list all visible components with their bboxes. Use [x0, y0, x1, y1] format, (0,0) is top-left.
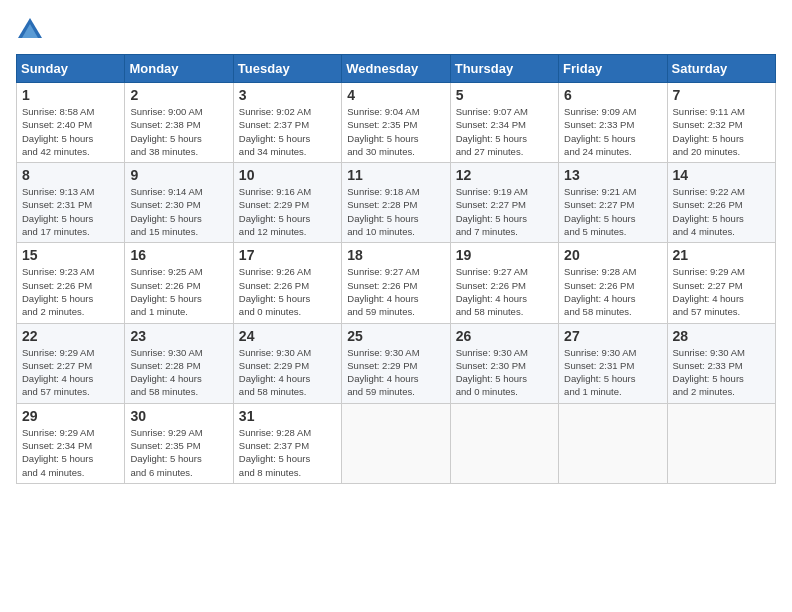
calendar-body: 1Sunrise: 8:58 AMSunset: 2:40 PMDaylight…	[17, 83, 776, 484]
calendar-cell: 15Sunrise: 9:23 AMSunset: 2:26 PMDayligh…	[17, 243, 125, 323]
day-info: Sunrise: 9:30 AMSunset: 2:30 PMDaylight:…	[456, 346, 553, 399]
day-info: Sunrise: 9:29 AMSunset: 2:27 PMDaylight:…	[673, 265, 770, 318]
day-number: 10	[239, 167, 336, 183]
day-info: Sunrise: 9:30 AMSunset: 2:29 PMDaylight:…	[347, 346, 444, 399]
calendar-cell: 9Sunrise: 9:14 AMSunset: 2:30 PMDaylight…	[125, 163, 233, 243]
day-number: 19	[456, 247, 553, 263]
day-number: 7	[673, 87, 770, 103]
calendar-week-5: 29Sunrise: 9:29 AMSunset: 2:34 PMDayligh…	[17, 403, 776, 483]
day-number: 1	[22, 87, 119, 103]
weekday-header-saturday: Saturday	[667, 55, 775, 83]
calendar-cell: 23Sunrise: 9:30 AMSunset: 2:28 PMDayligh…	[125, 323, 233, 403]
day-number: 8	[22, 167, 119, 183]
logo	[16, 16, 48, 44]
calendar-cell	[559, 403, 667, 483]
calendar-week-3: 15Sunrise: 9:23 AMSunset: 2:26 PMDayligh…	[17, 243, 776, 323]
weekday-header-thursday: Thursday	[450, 55, 558, 83]
day-info: Sunrise: 9:30 AMSunset: 2:28 PMDaylight:…	[130, 346, 227, 399]
day-number: 17	[239, 247, 336, 263]
day-info: Sunrise: 9:23 AMSunset: 2:26 PMDaylight:…	[22, 265, 119, 318]
day-number: 14	[673, 167, 770, 183]
day-number: 25	[347, 328, 444, 344]
calendar-cell: 19Sunrise: 9:27 AMSunset: 2:26 PMDayligh…	[450, 243, 558, 323]
calendar-cell: 12Sunrise: 9:19 AMSunset: 2:27 PMDayligh…	[450, 163, 558, 243]
day-info: Sunrise: 9:22 AMSunset: 2:26 PMDaylight:…	[673, 185, 770, 238]
day-number: 9	[130, 167, 227, 183]
day-info: Sunrise: 9:27 AMSunset: 2:26 PMDaylight:…	[456, 265, 553, 318]
day-number: 5	[456, 87, 553, 103]
day-info: Sunrise: 8:58 AMSunset: 2:40 PMDaylight:…	[22, 105, 119, 158]
day-number: 31	[239, 408, 336, 424]
calendar-cell: 13Sunrise: 9:21 AMSunset: 2:27 PMDayligh…	[559, 163, 667, 243]
calendar-cell: 25Sunrise: 9:30 AMSunset: 2:29 PMDayligh…	[342, 323, 450, 403]
calendar-cell: 20Sunrise: 9:28 AMSunset: 2:26 PMDayligh…	[559, 243, 667, 323]
day-info: Sunrise: 9:00 AMSunset: 2:38 PMDaylight:…	[130, 105, 227, 158]
day-info: Sunrise: 9:27 AMSunset: 2:26 PMDaylight:…	[347, 265, 444, 318]
calendar-cell: 11Sunrise: 9:18 AMSunset: 2:28 PMDayligh…	[342, 163, 450, 243]
calendar-cell: 31Sunrise: 9:28 AMSunset: 2:37 PMDayligh…	[233, 403, 341, 483]
day-info: Sunrise: 9:21 AMSunset: 2:27 PMDaylight:…	[564, 185, 661, 238]
day-number: 20	[564, 247, 661, 263]
day-info: Sunrise: 9:30 AMSunset: 2:29 PMDaylight:…	[239, 346, 336, 399]
day-number: 28	[673, 328, 770, 344]
calendar-cell: 14Sunrise: 9:22 AMSunset: 2:26 PMDayligh…	[667, 163, 775, 243]
calendar-header: SundayMondayTuesdayWednesdayThursdayFrid…	[17, 55, 776, 83]
calendar-cell: 7Sunrise: 9:11 AMSunset: 2:32 PMDaylight…	[667, 83, 775, 163]
day-info: Sunrise: 9:18 AMSunset: 2:28 PMDaylight:…	[347, 185, 444, 238]
calendar-cell: 16Sunrise: 9:25 AMSunset: 2:26 PMDayligh…	[125, 243, 233, 323]
weekday-header-tuesday: Tuesday	[233, 55, 341, 83]
day-info: Sunrise: 9:28 AMSunset: 2:26 PMDaylight:…	[564, 265, 661, 318]
calendar-cell: 29Sunrise: 9:29 AMSunset: 2:34 PMDayligh…	[17, 403, 125, 483]
calendar-cell: 18Sunrise: 9:27 AMSunset: 2:26 PMDayligh…	[342, 243, 450, 323]
day-number: 13	[564, 167, 661, 183]
day-number: 3	[239, 87, 336, 103]
calendar-cell: 2Sunrise: 9:00 AMSunset: 2:38 PMDaylight…	[125, 83, 233, 163]
day-info: Sunrise: 9:29 AMSunset: 2:35 PMDaylight:…	[130, 426, 227, 479]
calendar-cell: 22Sunrise: 9:29 AMSunset: 2:27 PMDayligh…	[17, 323, 125, 403]
day-info: Sunrise: 9:04 AMSunset: 2:35 PMDaylight:…	[347, 105, 444, 158]
calendar-cell: 5Sunrise: 9:07 AMSunset: 2:34 PMDaylight…	[450, 83, 558, 163]
calendar-cell: 26Sunrise: 9:30 AMSunset: 2:30 PMDayligh…	[450, 323, 558, 403]
calendar-cell: 27Sunrise: 9:30 AMSunset: 2:31 PMDayligh…	[559, 323, 667, 403]
day-info: Sunrise: 9:16 AMSunset: 2:29 PMDaylight:…	[239, 185, 336, 238]
calendar-cell	[342, 403, 450, 483]
calendar-cell: 28Sunrise: 9:30 AMSunset: 2:33 PMDayligh…	[667, 323, 775, 403]
logo-icon	[16, 16, 44, 44]
day-info: Sunrise: 9:14 AMSunset: 2:30 PMDaylight:…	[130, 185, 227, 238]
calendar-cell: 21Sunrise: 9:29 AMSunset: 2:27 PMDayligh…	[667, 243, 775, 323]
calendar-cell: 1Sunrise: 8:58 AMSunset: 2:40 PMDaylight…	[17, 83, 125, 163]
day-info: Sunrise: 9:09 AMSunset: 2:33 PMDaylight:…	[564, 105, 661, 158]
day-info: Sunrise: 9:30 AMSunset: 2:31 PMDaylight:…	[564, 346, 661, 399]
day-number: 30	[130, 408, 227, 424]
day-info: Sunrise: 9:02 AMSunset: 2:37 PMDaylight:…	[239, 105, 336, 158]
calendar-cell: 24Sunrise: 9:30 AMSunset: 2:29 PMDayligh…	[233, 323, 341, 403]
day-number: 27	[564, 328, 661, 344]
calendar: SundayMondayTuesdayWednesdayThursdayFrid…	[16, 54, 776, 484]
day-info: Sunrise: 9:29 AMSunset: 2:34 PMDaylight:…	[22, 426, 119, 479]
day-number: 4	[347, 87, 444, 103]
day-info: Sunrise: 9:25 AMSunset: 2:26 PMDaylight:…	[130, 265, 227, 318]
calendar-cell	[667, 403, 775, 483]
calendar-cell: 10Sunrise: 9:16 AMSunset: 2:29 PMDayligh…	[233, 163, 341, 243]
day-info: Sunrise: 9:28 AMSunset: 2:37 PMDaylight:…	[239, 426, 336, 479]
header	[16, 16, 776, 44]
calendar-week-4: 22Sunrise: 9:29 AMSunset: 2:27 PMDayligh…	[17, 323, 776, 403]
day-info: Sunrise: 9:11 AMSunset: 2:32 PMDaylight:…	[673, 105, 770, 158]
weekday-header-sunday: Sunday	[17, 55, 125, 83]
day-number: 21	[673, 247, 770, 263]
day-info: Sunrise: 9:29 AMSunset: 2:27 PMDaylight:…	[22, 346, 119, 399]
day-number: 24	[239, 328, 336, 344]
calendar-cell	[450, 403, 558, 483]
day-number: 29	[22, 408, 119, 424]
day-number: 6	[564, 87, 661, 103]
day-info: Sunrise: 9:19 AMSunset: 2:27 PMDaylight:…	[456, 185, 553, 238]
weekday-header-row: SundayMondayTuesdayWednesdayThursdayFrid…	[17, 55, 776, 83]
day-number: 11	[347, 167, 444, 183]
calendar-cell: 17Sunrise: 9:26 AMSunset: 2:26 PMDayligh…	[233, 243, 341, 323]
day-number: 18	[347, 247, 444, 263]
weekday-header-friday: Friday	[559, 55, 667, 83]
day-number: 12	[456, 167, 553, 183]
day-number: 15	[22, 247, 119, 263]
day-info: Sunrise: 9:30 AMSunset: 2:33 PMDaylight:…	[673, 346, 770, 399]
day-info: Sunrise: 9:26 AMSunset: 2:26 PMDaylight:…	[239, 265, 336, 318]
